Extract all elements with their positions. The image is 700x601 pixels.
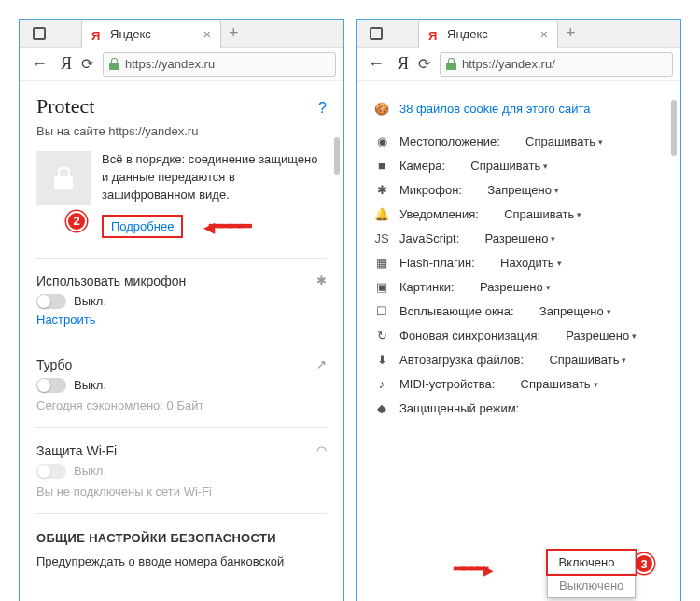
notify-icon: 🔔 xyxy=(373,207,390,221)
divider xyxy=(36,513,327,514)
security-section-title: ОБЩИЕ НАСТРОЙКИ БЕЗОПАСНОСТИ xyxy=(36,531,327,545)
browser-tab[interactable]: Яндекс × xyxy=(81,21,221,48)
permission-row: ■Камера: Спрашивать xyxy=(373,159,664,173)
tab-title: Яндекс xyxy=(110,27,196,41)
url-box[interactable]: https://yandex.ru xyxy=(103,52,336,77)
new-tab-button[interactable]: + xyxy=(229,23,239,43)
setting-label: Использовать микрофон xyxy=(36,273,316,288)
mic-configure-link[interactable]: Настроить xyxy=(36,313,96,327)
download-icon: ⬇ xyxy=(373,353,390,367)
permission-row: ▦Flash-плагин: Находить xyxy=(373,256,664,270)
permission-value-dropdown[interactable]: Спрашивать xyxy=(504,207,581,221)
permission-value-dropdown[interactable]: Спрашивать xyxy=(470,159,548,173)
popup-icon: ☐ xyxy=(373,304,390,318)
permission-value-dropdown[interactable]: Разрешено xyxy=(485,231,556,245)
browser-window-left: Яндекс × + ← Я ⟳ https://yandex.ru Prote… xyxy=(19,19,344,601)
callout-badge-2: 2 xyxy=(66,211,87,231)
wifi-state: Выкл. xyxy=(74,464,106,478)
connection-info: Всё в порядке: соединение защищено и дан… xyxy=(36,151,327,241)
site-url-label: Вы на сайте https://yandex.ru xyxy=(36,124,327,138)
permission-label: Микрофон: xyxy=(399,183,462,197)
cookies-link[interactable]: 38 файлов cookie для этого сайта xyxy=(399,102,590,116)
permission-row: ▣Картинки: Разрешено xyxy=(373,280,664,294)
flash-icon: ▦ xyxy=(373,256,390,270)
permission-value-dropdown[interactable]: Спрашивать xyxy=(525,134,603,148)
callout-arrow-right: ━━━━ xyxy=(454,557,489,581)
browser-window-right: Яндекс × + ← Я ⟳ https://yandex.ru/ 🍪 38… xyxy=(356,19,681,601)
sidebar-toggle-icon[interactable] xyxy=(33,27,46,40)
setting-wifi: Защита Wi-Fi ◠ Выкл. Вы не подключены к … xyxy=(36,443,327,498)
yandex-home-button[interactable]: Я xyxy=(61,54,72,74)
help-button[interactable]: ? xyxy=(318,100,327,117)
lock-icon xyxy=(446,58,456,70)
close-tab-icon[interactable]: × xyxy=(203,28,211,41)
permission-label: Картинки: xyxy=(399,280,455,294)
permission-label: Автозагрузка файлов: xyxy=(399,353,524,367)
permission-label: Уведомления: xyxy=(399,207,479,221)
permissions-list: ◉Местоположение: Спрашивать■Камера: Спра… xyxy=(373,134,664,415)
close-tab-icon[interactable]: × xyxy=(540,28,548,41)
tab-title: Яндекс xyxy=(447,27,533,41)
connection-text: Всё в порядке: соединение защищено и дан… xyxy=(102,151,327,204)
dropdown-option-off[interactable]: Выключено xyxy=(548,573,635,597)
callout-arrow-left: ━━━━ xyxy=(203,212,246,241)
setting-label: Защита Wi-Fi xyxy=(36,443,316,458)
new-tab-button[interactable]: + xyxy=(566,23,576,43)
shield-icon: ◆ xyxy=(373,401,390,415)
security-section-text: Предупреждать о вводе номера банковской xyxy=(36,554,327,568)
permission-label: Защищенный режим: xyxy=(399,401,519,415)
permission-row: ♪MIDI-устройства: Спрашивать xyxy=(373,377,664,391)
scrollbar[interactable] xyxy=(671,81,677,601)
address-bar: ← Я ⟳ https://yandex.ru/ xyxy=(357,48,680,81)
mic-toggle[interactable] xyxy=(36,294,66,309)
rocket-icon: ↗ xyxy=(316,357,327,371)
location-icon: ◉ xyxy=(373,134,390,148)
browser-tab[interactable]: Яндекс × xyxy=(418,21,558,48)
yandex-home-button[interactable]: Я xyxy=(398,54,409,74)
mic-icon: ✱ xyxy=(373,183,390,197)
turbo-toggle[interactable] xyxy=(36,378,66,393)
reload-button[interactable]: ⟳ xyxy=(81,55,93,73)
url-box[interactable]: https://yandex.ru/ xyxy=(440,52,673,77)
permission-value-dropdown[interactable]: Находить xyxy=(500,256,562,270)
setting-label: Турбо xyxy=(36,357,316,372)
images-icon: ▣ xyxy=(373,280,390,294)
permission-row: ☐Всплывающие окна: Запрещено xyxy=(373,304,664,318)
camera-icon: ■ xyxy=(373,159,390,173)
permission-value-dropdown[interactable]: Запрещено xyxy=(539,304,611,318)
back-button[interactable]: ← xyxy=(364,54,388,74)
permission-row: ✱Микрофон: Запрещено xyxy=(373,183,664,197)
permission-value-dropdown[interactable]: Спрашивать xyxy=(549,353,626,367)
protected-mode-dropdown: Включено Выключено xyxy=(547,550,636,598)
favicon-yandex xyxy=(428,29,440,40)
tab-bar: Яндекс × + xyxy=(20,20,343,48)
wifi-toggle xyxy=(36,464,66,479)
url-text: https://yandex.ru/ xyxy=(462,57,555,71)
reload-button[interactable]: ⟳ xyxy=(418,55,430,73)
page-title: Protect xyxy=(36,94,318,119)
sync-icon: ↻ xyxy=(373,328,390,342)
setting-turbo: Турбо ↗ Выкл. Сегодня сэкономлено: 0 Бай… xyxy=(36,357,327,412)
permission-row: ⬇Автозагрузка файлов: Спрашивать xyxy=(373,353,664,367)
permission-value-dropdown[interactable]: Запрещено xyxy=(487,183,559,197)
wifi-note: Вы не подключены к сети Wi-Fi xyxy=(36,484,327,498)
permission-value-dropdown[interactable]: Разрешено xyxy=(566,328,637,342)
url-text: https://yandex.ru xyxy=(125,57,215,71)
protect-panel: Protect ? Вы на сайте https://yandex.ru … xyxy=(20,81,343,601)
permission-row: ↻Фоновая синхронизация: Разрешено xyxy=(373,328,664,342)
permission-value-dropdown[interactable]: Спрашивать xyxy=(521,377,598,391)
divider xyxy=(36,342,327,342)
wifi-icon: ◠ xyxy=(316,443,327,457)
permission-value-dropdown[interactable]: Разрешено xyxy=(480,280,551,294)
details-link[interactable]: Подробнее xyxy=(102,215,183,238)
turbo-state: Выкл. xyxy=(74,378,106,392)
mic-state: Выкл. xyxy=(74,294,106,308)
permission-label: JavaScript: xyxy=(399,231,459,245)
sidebar-toggle-icon[interactable] xyxy=(370,27,383,40)
permission-row: ◉Местоположение: Спрашивать xyxy=(373,134,664,148)
permission-label: Flash-плагин: xyxy=(399,256,475,270)
dropdown-option-on[interactable]: Включено xyxy=(546,549,637,576)
scrollbar[interactable] xyxy=(334,81,340,601)
permission-label: Фоновая синхронизация: xyxy=(399,328,540,342)
back-button[interactable]: ← xyxy=(27,54,51,74)
